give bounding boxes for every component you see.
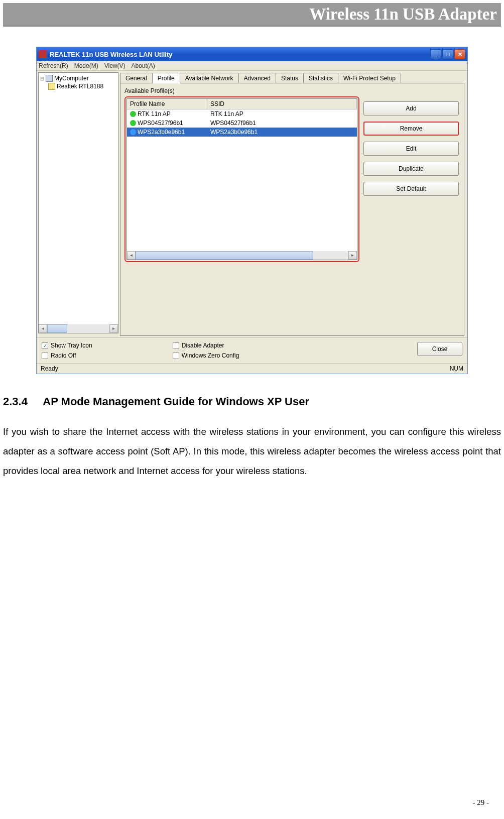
status-right: NUM xyxy=(450,365,463,372)
menu-mode[interactable]: Mode(M) xyxy=(74,62,98,69)
tab-statistics[interactable]: Statistics xyxy=(303,73,338,83)
checkbox-icon[interactable] xyxy=(173,342,179,349)
page-number: - 29 - xyxy=(473,798,489,807)
tree-root-label: MyComputer xyxy=(54,75,89,82)
close-button[interactable]: Close xyxy=(417,342,462,356)
col-ssid[interactable]: SSID xyxy=(207,99,357,109)
section-title: AP Mode Management Guide for Windows XP … xyxy=(43,395,309,408)
profile-header: Profile Name SSID xyxy=(127,99,357,109)
profiles-highlight: Profile Name SSID RTK 11n AP RTK 11n AP … xyxy=(124,96,359,262)
checkbox-icon[interactable] xyxy=(173,353,179,359)
set-default-button[interactable]: Set Default xyxy=(363,182,459,196)
menu-about[interactable]: About(A) xyxy=(132,62,155,69)
status-left: Ready xyxy=(41,365,58,372)
profile-row[interactable]: WPS04527f96b1 WPS04527f96b1 xyxy=(127,119,357,128)
info-icon xyxy=(130,129,136,135)
profile-scrollbar[interactable]: ◄ ► xyxy=(127,251,357,260)
menu-refresh[interactable]: Refresh(R) xyxy=(39,62,68,69)
app-window: REALTEK 11n USB Wireless LAN Utility _ □… xyxy=(36,47,468,374)
tree-scrollbar[interactable]: ◄ ► xyxy=(39,324,118,333)
scroll-thumb[interactable] xyxy=(136,251,313,260)
minimize-button[interactable]: _ xyxy=(430,49,441,59)
profile-row-selected[interactable]: WPS2a3b0e96b1 WPS2a3b0e96b1 xyxy=(127,128,357,137)
titlebar-text: REALTEK 11n USB Wireless LAN Utility xyxy=(50,51,430,58)
menu-view[interactable]: View(V) xyxy=(104,62,125,69)
titlebar[interactable]: REALTEK 11n USB Wireless LAN Utility _ □… xyxy=(37,47,467,61)
scroll-right-icon[interactable]: ► xyxy=(348,251,357,260)
scroll-left-icon[interactable]: ◄ xyxy=(39,324,47,333)
menubar: Refresh(R) Mode(M) View(V) About(A) xyxy=(37,61,467,71)
radio-off-option[interactable]: Radio Off xyxy=(42,352,92,359)
tabs: General Profile Available Network Advanc… xyxy=(120,72,464,83)
profile-list[interactable]: Profile Name SSID RTK 11n AP RTK 11n AP … xyxy=(127,98,357,260)
checkbox-icon[interactable] xyxy=(42,353,48,359)
remove-button[interactable]: Remove xyxy=(363,122,459,136)
windows-zero-option[interactable]: Windows Zero Config xyxy=(173,352,239,359)
signal-icon xyxy=(130,120,136,126)
statusbar: Ready NUM xyxy=(37,363,467,374)
computer-icon xyxy=(46,75,53,82)
scroll-left-icon[interactable]: ◄ xyxy=(127,251,136,260)
doc-header-underline xyxy=(3,26,501,27)
doc-header: Wireless 11n USB Adapter xyxy=(3,3,501,26)
tree-child[interactable]: Realtek RTL8188 xyxy=(48,82,116,90)
tab-wifi-protect[interactable]: Wi-Fi Protect Setup xyxy=(338,73,401,83)
bottom-options: ✓ Show Tray Icon Radio Off Disable Adapt… xyxy=(37,337,467,363)
edit-button[interactable]: Edit xyxy=(363,142,459,156)
body-paragraph: If you wish to share the Internet access… xyxy=(3,422,501,481)
scroll-right-icon[interactable]: ► xyxy=(109,324,118,333)
checkbox-icon[interactable]: ✓ xyxy=(42,342,48,349)
tab-available-network[interactable]: Available Network xyxy=(180,73,239,83)
close-window-button[interactable]: ✕ xyxy=(454,49,465,59)
maximize-button[interactable]: □ xyxy=(442,49,453,59)
tab-profile[interactable]: Profile xyxy=(152,73,180,83)
add-button[interactable]: Add xyxy=(363,101,459,115)
show-tray-option[interactable]: ✓ Show Tray Icon xyxy=(42,342,92,349)
col-profile-name[interactable]: Profile Name xyxy=(127,99,207,109)
disable-adapter-option[interactable]: Disable Adapter xyxy=(173,342,239,349)
tree-child-label: Realtek RTL8188 xyxy=(57,83,103,90)
section-heading: 2.3.4 AP Mode Management Guide for Windo… xyxy=(3,395,501,408)
tab-advanced[interactable]: Advanced xyxy=(238,73,276,83)
profiles-label: Available Profile(s) xyxy=(124,87,460,94)
adapter-icon xyxy=(48,83,55,90)
action-buttons: Add Remove Edit Duplicate Set Default xyxy=(363,101,459,196)
section-number: 2.3.4 xyxy=(3,395,40,408)
tab-status[interactable]: Status xyxy=(276,73,304,83)
doc-header-title: Wireless 11n USB Adapter xyxy=(309,5,497,23)
tab-general[interactable]: General xyxy=(120,73,153,83)
tree-pane: ⊟ MyComputer Realtek RTL8188 ◄ ► xyxy=(38,72,118,333)
tree-root[interactable]: ⊟ MyComputer xyxy=(40,74,116,82)
profile-row[interactable]: RTK 11n AP RTK 11n AP xyxy=(127,109,357,119)
tab-content: Available Profile(s) Profile Name SSID xyxy=(120,83,464,336)
app-icon xyxy=(39,50,47,58)
scroll-thumb[interactable] xyxy=(47,324,67,333)
signal-icon xyxy=(130,111,136,117)
duplicate-button[interactable]: Duplicate xyxy=(363,162,459,176)
